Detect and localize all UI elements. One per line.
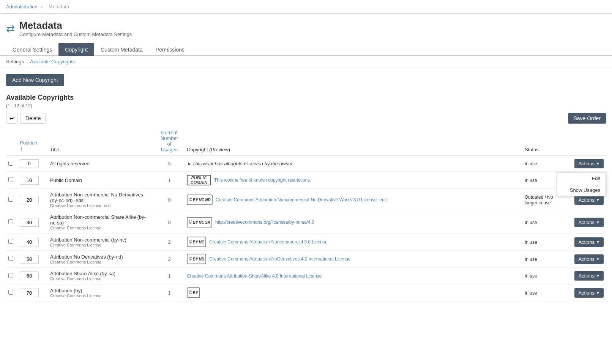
row-status: In use [525, 240, 537, 245]
tab-permissions[interactable]: Permissions [149, 43, 191, 56]
row-title: Attribution Share Alike (by-sa) [50, 271, 152, 276]
position-input[interactable] [20, 159, 39, 168]
row-subtitle: Creative Commons License [50, 293, 152, 298]
position-input[interactable] [20, 289, 39, 297]
row-status-cell: Outdated / No longer in use [522, 189, 560, 211]
actions-button[interactable]: Actions ▼ [574, 254, 604, 264]
col-header-actions [560, 127, 606, 156]
row-title: Attribution (by) [50, 288, 152, 293]
preview-link[interactable]: Creative Commons Attribution-Noncommerci… [216, 197, 387, 202]
row-position-cell [17, 268, 48, 284]
section-title: Available Copyrights [6, 94, 606, 102]
menu-item-show-usages[interactable]: Show Usages [557, 184, 606, 196]
actions-label: Actions [578, 256, 595, 262]
copyrights-table: Position ↑ Title CurrentNumberofUsages C… [6, 127, 606, 301]
actions-button[interactable]: Actions ▼ [574, 195, 604, 205]
breadcrumb-sep: › [41, 4, 43, 9]
row-subtitle: Creative Commons License [50, 243, 152, 247]
row-checkbox[interactable] [8, 273, 13, 278]
section-count: (1 - 12 of 12) [6, 103, 606, 108]
row-subtitle: Creative Commons License -edit [50, 203, 152, 208]
actions-caret-icon: ▼ [596, 240, 600, 244]
row-checkbox[interactable] [8, 161, 13, 166]
actions-caret-icon: ▼ [596, 291, 600, 295]
col-header-preview: Copyright (Preview) [185, 127, 522, 156]
actions-button[interactable]: Actions ▼ [574, 159, 604, 168]
preview-link[interactable]: Creative Commons Attribution-ShareAlike … [187, 273, 322, 279]
row-preview-cell: © BY NC Creative Commons Attribution-Non… [185, 234, 522, 251]
row-usages: 1 [168, 290, 170, 296]
row-checkbox-cell [6, 156, 17, 172]
row-actions-cell: Actions ▼ [560, 251, 606, 268]
row-title: All rights reserved [50, 161, 152, 166]
toolbar-left: ↩ Delete [6, 113, 46, 124]
row-usages-cell: 2 [154, 251, 185, 268]
actions-dropdown: Edit Show Usages [557, 172, 606, 196]
tab-general[interactable]: General Settings [6, 43, 58, 56]
preview-link[interactable]: Creative Commons Attribution-NoDerivativ… [209, 256, 350, 262]
position-input[interactable] [20, 271, 39, 280]
position-input[interactable] [20, 196, 39, 204]
row-checkbox-cell [6, 211, 17, 234]
position-input[interactable] [20, 176, 39, 185]
row-preview-cell: © BY NC SA http://creativecommons.org/li… [185, 211, 522, 234]
row-checkbox[interactable] [8, 177, 13, 182]
row-preview-cell: © BY ND Creative Commons Attribution-NoD… [185, 251, 522, 268]
row-checkbox[interactable] [8, 256, 13, 261]
menu-item-edit[interactable]: Edit [557, 173, 606, 184]
actions-caret-icon: ▼ [596, 257, 600, 261]
row-usages-cell: 1 [154, 172, 185, 189]
preview-link[interactable]: http://creativecommons.org/licenses/by-n… [215, 220, 314, 225]
tab-custom-metadata[interactable]: Custom Metadata [94, 43, 149, 56]
preview-link[interactable]: Creative Commons Attribution-Noncommerci… [209, 239, 327, 245]
position-input[interactable] [20, 255, 39, 264]
row-checkbox[interactable] [8, 239, 13, 244]
row-subtitle: Creative Commons License [50, 276, 152, 281]
row-title-cell: All rights reserved [48, 156, 154, 172]
add-new-copyright-button[interactable]: Add New Copyright [6, 74, 64, 86]
row-usages-cell: 1 [154, 268, 185, 284]
row-checkbox[interactable] [8, 219, 13, 224]
actions-label: Actions [578, 273, 595, 279]
row-preview-cell: Creative Commons Attribution-ShareAlike … [185, 268, 522, 284]
table-row: Attribution Non-commercial Share Alike (… [6, 211, 606, 234]
row-actions-cell: Actions ▼ Edit Show Usages [560, 156, 606, 172]
row-preview-cell: PUBLIC DOMAIN This work is free of known… [185, 172, 522, 189]
preview-link[interactable]: This work is free of known copyright res… [214, 177, 311, 183]
tab-copyright[interactable]: Copyright [58, 43, 94, 56]
save-order-button[interactable]: Save Order [568, 113, 606, 124]
actions-button[interactable]: Actions ▼ [574, 237, 604, 247]
position-input[interactable] [20, 238, 39, 246]
row-status-cell: In use [522, 211, 560, 234]
row-checkbox[interactable] [8, 290, 13, 295]
row-title-cell: Attribution Non-commercial No Derivative… [48, 189, 154, 211]
row-position-cell [17, 251, 48, 268]
row-status: In use [525, 273, 537, 279]
row-usages: 5 [168, 161, 170, 166]
row-actions-cell: Actions ▼ [560, 268, 606, 284]
row-checkbox[interactable] [8, 197, 13, 202]
row-usages: 1 [168, 273, 170, 279]
page-title-block: Metadata Configure Metadata and Custom M… [19, 20, 132, 37]
row-position-cell [17, 211, 48, 234]
reorder-button[interactable]: ↩ [6, 113, 17, 124]
row-preview-cell: ↳ This work has all rights reserved by t… [185, 156, 522, 172]
row-status: In use [525, 178, 537, 183]
actions-button[interactable]: Actions ▼ [574, 218, 604, 227]
actions-button[interactable]: Actions ▼ [574, 288, 604, 298]
row-usages-cell: 1 [154, 284, 185, 301]
row-actions-cell: Actions ▼ [560, 234, 606, 251]
breadcrumb-admin[interactable]: Administration [6, 4, 37, 9]
table-row: All rights reserved 5 ↳ This work has al… [6, 156, 606, 172]
sub-nav-available-copyrights[interactable]: Available Copyrights [30, 59, 75, 64]
actions-button[interactable]: Actions ▼ [574, 271, 604, 281]
row-usages: 2 [168, 239, 170, 245]
delete-button[interactable]: Delete [21, 113, 46, 124]
table-row: Attribution Non-commercial No Derivative… [6, 189, 606, 211]
row-title: Attribution Non-commercial (by-nc) [50, 237, 152, 243]
actions-label: Actions [578, 220, 595, 225]
page-title: Metadata [19, 20, 132, 31]
col-header-usages: CurrentNumberofUsages [154, 127, 185, 156]
position-input[interactable] [20, 218, 39, 227]
row-title: Attribution Non-commercial No Derivative… [50, 192, 152, 203]
